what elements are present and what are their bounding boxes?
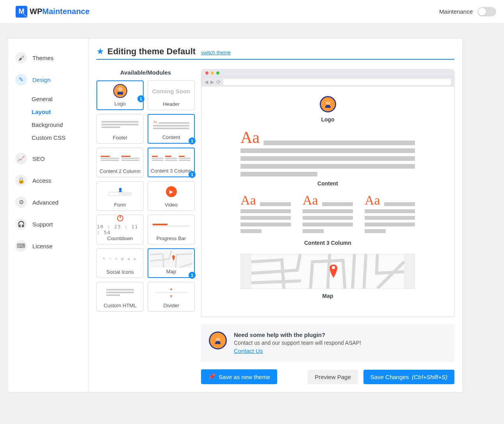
module-social-icons[interactable]: ⚑ ✎ ♥ ▣ ◉ ▶ Social Icons [96, 248, 144, 278]
maintenance-toggle[interactable] [477, 7, 496, 16]
save-icon: 📌 [208, 373, 215, 380]
roller-icon: 🖌 [15, 52, 27, 64]
brand-text: WPMaintenance [30, 7, 89, 16]
headset-icon: 🎧 [15, 218, 27, 230]
play-icon: ▶ [166, 186, 177, 197]
module-label: Content 2 Column [99, 168, 141, 175]
module-logo[interactable]: Logo 1 [96, 80, 144, 110]
contact-us-link[interactable]: Contact Us [234, 347, 263, 354]
module-label: Footer [112, 135, 128, 141]
modules-heading: Available/Modules [96, 69, 195, 76]
svg-rect-8 [215, 337, 220, 338]
nav-label: Themes [32, 55, 53, 61]
map-icon [150, 249, 193, 269]
nav-access[interactable]: 🔒 Access [8, 171, 88, 189]
preview-content3-block: Aa Aa Aa [240, 194, 415, 236]
nav-label: License [32, 243, 53, 249]
btn-label: Save as new theme [219, 374, 270, 380]
module-label: Content 3 Column [150, 168, 192, 174]
main-content: ★ Editing theme Default switch theme Ava… [89, 39, 462, 392]
module-label: Video [164, 202, 178, 208]
module-divider[interactable]: ▲▼ Divider [148, 282, 195, 312]
badge: 1 [137, 95, 144, 102]
nav-label: Advanced [32, 199, 59, 206]
arrow-down-icon: ▼ [169, 294, 173, 298]
gear-icon: ⚙ [15, 196, 27, 208]
preview-map-block [240, 254, 415, 289]
traffic-light-max-icon [216, 71, 219, 75]
nav-design[interactable]: ✎ Design [8, 71, 88, 89]
module-content[interactable]: Aa Content 1 [148, 114, 195, 144]
subnav-custom-css[interactable]: Custom CSS [20, 131, 88, 144]
module-form[interactable]: 👤 Form [96, 181, 144, 211]
subnav-background[interactable]: Background [20, 118, 88, 131]
url-bar [223, 79, 451, 85]
main-panel: 🖌 Themes ✎ Design General Layout Backgro… [8, 38, 463, 392]
module-custom-html[interactable]: Custom HTML [96, 282, 144, 312]
help-box: Need some help with the plugin? Contact … [201, 324, 454, 362]
brand-logo-icon: M🔧 [16, 6, 27, 18]
clock-icon [117, 215, 123, 221]
browser-toolbar: ◀ ▶ ⟳ [201, 77, 454, 87]
module-content-2col[interactable]: Content 2 Column [96, 148, 144, 177]
module-label: Divider [162, 303, 180, 309]
help-text: Need some help with the plugin? Contact … [234, 331, 361, 355]
module-progress-bar[interactable]: Progress Bar [148, 215, 195, 244]
btn-label: Save Changes [370, 374, 409, 380]
countdown-time: 10 : 23 : 11 : 54 [97, 224, 143, 235]
nav-forward-icon: ▶ [210, 79, 214, 85]
module-label: Progress Bar [156, 235, 187, 242]
preview-content-block: Aa [240, 130, 415, 176]
aa-icon: Aa [303, 194, 318, 207]
nav-support[interactable]: 🎧 Support [8, 215, 88, 233]
switch-theme-link[interactable]: switch theme [201, 50, 231, 55]
traffic-light-close-icon [205, 71, 208, 75]
svg-point-0 [118, 87, 123, 92]
social-icons-icon: ⚑ ✎ ♥ ▣ ◉ ▶ [102, 257, 138, 261]
svg-rect-1 [118, 92, 123, 95]
module-label: Map [166, 269, 177, 275]
button-bar: 📌 Save as new theme Preview Page Save Ch… [201, 369, 454, 384]
preview-column: ◀ ▶ ⟳ Logo Aa [201, 69, 454, 384]
badge: 1 [189, 272, 196, 279]
nav-label: Design [32, 77, 51, 83]
nav-advanced[interactable]: ⚙ Advanced [8, 193, 88, 211]
layout-area: Available/Modules Logo 1 Coming Soon Hea… [96, 69, 454, 384]
subnav-layout[interactable]: Layout [20, 105, 88, 118]
aa-icon: Aa [240, 194, 256, 207]
nav-back-icon: ◀ [205, 79, 208, 85]
save-as-theme-button[interactable]: 📌 Save as new theme [201, 369, 277, 384]
arrow-up-icon: ▲ [169, 287, 173, 291]
subnav-general[interactable]: General [20, 93, 88, 105]
nav-themes[interactable]: 🖌 Themes [8, 49, 88, 67]
lock-icon: 🔒 [15, 175, 27, 186]
browser-body[interactable]: Logo Aa Content Aa Aa Aa [201, 87, 454, 316]
module-content-3col[interactable]: Content 3 Column 1 [148, 148, 195, 177]
preview-logo-label: Logo [217, 116, 438, 123]
module-video[interactable]: ▶ Video [148, 181, 195, 211]
preview-page-button[interactable]: Preview Page [308, 370, 358, 384]
preview-content3-label: Content 3 Column [217, 240, 438, 246]
traffic-light-min-icon [211, 71, 214, 75]
nav-license[interactable]: ⌨ License [8, 237, 88, 255]
modules-column: Available/Modules Logo 1 Coming Soon Hea… [96, 69, 195, 384]
refresh-icon: ⟳ [216, 79, 221, 85]
save-changes-button[interactable]: Save Changes (Ctrl+Shift+S) [363, 370, 454, 384]
nav-seo[interactable]: 📈 SEO [8, 150, 88, 167]
support-avatar-icon [209, 331, 227, 349]
browser-preview: ◀ ▶ ⟳ Logo Aa [201, 69, 454, 317]
module-label: Content [162, 134, 181, 141]
pencil-icon: ✎ [15, 74, 27, 86]
module-label: Social Icons [105, 269, 134, 275]
help-title: Need some help with the plugin? [234, 331, 361, 338]
aa-icon: Aa [240, 130, 260, 145]
help-desc: Contact us and our support team will res… [234, 340, 361, 346]
keyboard-icon: ⌨ [15, 240, 27, 252]
module-footer[interactable]: Footer [96, 114, 144, 144]
module-map[interactable]: Map 1 [148, 248, 195, 278]
module-header[interactable]: Coming Soon Header [148, 80, 195, 110]
star-icon: ★ [96, 46, 104, 57]
design-subnav: General Layout Background Custom CSS [8, 93, 88, 144]
svg-point-6 [332, 266, 335, 269]
module-countdown[interactable]: 10 : 23 : 11 : 54 Countdown [96, 215, 144, 244]
